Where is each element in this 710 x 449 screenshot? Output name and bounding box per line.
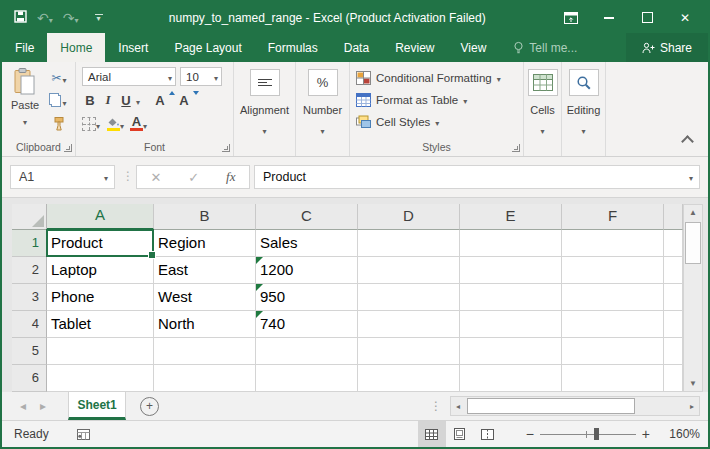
tab-review[interactable]: Review bbox=[382, 33, 447, 62]
scroll-right-icon[interactable]: ▸ bbox=[685, 402, 699, 411]
cell-c2[interactable]: 1200 bbox=[256, 257, 358, 284]
tab-page-layout[interactable]: Page Layout bbox=[161, 33, 254, 62]
cells-group[interactable]: Cells bbox=[524, 62, 562, 156]
tell-me-box[interactable]: Tell me... bbox=[503, 33, 587, 62]
decrease-font-size-button[interactable]: A bbox=[176, 90, 198, 110]
number-group[interactable]: % Number bbox=[296, 62, 350, 156]
cell-d1[interactable] bbox=[358, 230, 460, 257]
vertical-scrollbar[interactable]: ▲ ▼ bbox=[683, 204, 703, 392]
cell-e2[interactable] bbox=[460, 257, 562, 284]
collapse-ribbon-icon[interactable] bbox=[681, 135, 694, 148]
cell-f4[interactable] bbox=[562, 311, 664, 338]
page-layout-view-button[interactable] bbox=[446, 421, 474, 447]
underline-button[interactable]: U bbox=[118, 90, 134, 110]
row-header-3[interactable]: 3 bbox=[12, 284, 47, 311]
previous-sheet-icon[interactable]: ◂ bbox=[20, 399, 26, 413]
formula-bar-expand-icon[interactable] bbox=[689, 170, 699, 184]
zoom-slider[interactable] bbox=[540, 427, 636, 441]
styles-dialog-launcher-icon[interactable] bbox=[512, 144, 520, 152]
horizontal-scrollbar-track[interactable] bbox=[465, 397, 685, 415]
close-button[interactable]: ✕ bbox=[666, 2, 704, 33]
cell-partial[interactable] bbox=[664, 338, 683, 365]
bold-button[interactable]: B bbox=[82, 90, 98, 110]
tab-view[interactable]: View bbox=[448, 33, 500, 62]
cell-b3[interactable]: West bbox=[154, 284, 256, 311]
italic-button[interactable]: I bbox=[100, 90, 116, 110]
fill-color-button[interactable] bbox=[106, 114, 124, 134]
insert-function-icon[interactable]: fx bbox=[226, 169, 235, 185]
cell-partial[interactable] bbox=[664, 230, 683, 257]
cell-a4[interactable]: Tablet bbox=[47, 311, 154, 338]
cell-d3[interactable] bbox=[358, 284, 460, 311]
cell-f5[interactable] bbox=[562, 338, 664, 365]
column-header-d[interactable]: D bbox=[358, 204, 460, 230]
undo-button[interactable]: ↶▾ bbox=[37, 9, 53, 27]
tab-home[interactable]: Home bbox=[47, 33, 105, 62]
copy-button[interactable] bbox=[48, 91, 70, 110]
cell-c1[interactable]: Sales bbox=[256, 230, 358, 257]
next-sheet-icon[interactable]: ▸ bbox=[40, 399, 46, 413]
cell-c4[interactable]: 740 bbox=[256, 311, 358, 338]
alignment-group[interactable]: Alignment bbox=[234, 62, 296, 156]
cell-styles-button[interactable]: Cell Styles bbox=[356, 112, 439, 132]
cell-d5[interactable] bbox=[358, 338, 460, 365]
conditional-formatting-button[interactable]: Conditional Formatting bbox=[356, 68, 501, 88]
zoom-level[interactable]: 160% bbox=[656, 427, 700, 441]
cell-c6[interactable] bbox=[256, 365, 358, 392]
redo-button[interactable]: ↷▾ bbox=[63, 9, 79, 27]
cell-partial[interactable] bbox=[664, 284, 683, 311]
zoom-out-button[interactable]: − bbox=[520, 426, 540, 442]
cell-c3[interactable]: 950 bbox=[256, 284, 358, 311]
format-as-table-button[interactable]: Format as Table bbox=[356, 90, 467, 110]
paste-button[interactable]: Paste bbox=[7, 68, 43, 140]
select-all-corner[interactable] bbox=[12, 204, 47, 230]
cell-e6[interactable] bbox=[460, 365, 562, 392]
cell-e3[interactable] bbox=[460, 284, 562, 311]
clipboard-dialog-launcher-icon[interactable] bbox=[64, 144, 72, 152]
zoom-in-button[interactable]: + bbox=[636, 426, 656, 442]
save-button[interactable] bbox=[14, 9, 27, 27]
cell-b2[interactable]: East bbox=[154, 257, 256, 284]
share-button[interactable]: Share bbox=[626, 33, 708, 62]
column-header-c[interactable]: C bbox=[256, 204, 358, 230]
ribbon-display-options-button[interactable] bbox=[552, 2, 590, 33]
cell-a5[interactable] bbox=[47, 338, 154, 365]
maximize-button[interactable] bbox=[628, 2, 666, 33]
cell-a2[interactable]: Laptop bbox=[47, 257, 154, 284]
cell-partial[interactable] bbox=[664, 311, 683, 338]
tab-data[interactable]: Data bbox=[331, 33, 382, 62]
customize-quick-access-button[interactable]: ▾ bbox=[95, 14, 103, 21]
row-header-5[interactable]: 5 bbox=[12, 338, 47, 365]
enter-check-icon[interactable]: ✓ bbox=[188, 170, 199, 185]
zoom-slider-thumb[interactable] bbox=[594, 428, 599, 440]
name-box[interactable]: A1 bbox=[10, 165, 115, 189]
cancel-icon[interactable]: ✕ bbox=[150, 170, 161, 185]
editing-group[interactable]: Editing bbox=[562, 62, 606, 156]
font-dialog-launcher-icon[interactable] bbox=[222, 144, 230, 152]
tab-file[interactable]: File bbox=[2, 33, 47, 62]
cut-button[interactable]: ✂ bbox=[48, 68, 70, 87]
vertical-scrollbar-thumb[interactable] bbox=[685, 222, 701, 264]
fill-handle[interactable] bbox=[148, 251, 156, 259]
normal-view-button[interactable] bbox=[418, 421, 446, 447]
font-size-combo[interactable]: 10 bbox=[180, 67, 222, 86]
format-painter-button[interactable] bbox=[48, 114, 70, 133]
add-sheet-button[interactable]: + bbox=[140, 397, 159, 416]
cell-f2[interactable] bbox=[562, 257, 664, 284]
horizontal-scrollbar-thumb[interactable] bbox=[467, 398, 635, 414]
font-color-button[interactable]: A bbox=[130, 114, 147, 134]
column-header-a[interactable]: A bbox=[47, 204, 154, 230]
row-header-2[interactable]: 2 bbox=[12, 257, 47, 284]
font-name-combo[interactable]: Arial bbox=[82, 67, 176, 86]
cell-a6[interactable] bbox=[47, 365, 154, 392]
column-header-f[interactable]: F bbox=[562, 204, 664, 230]
cell-e5[interactable] bbox=[460, 338, 562, 365]
cell-e4[interactable] bbox=[460, 311, 562, 338]
cell-e1[interactable] bbox=[460, 230, 562, 257]
cell-a3[interactable]: Phone bbox=[47, 284, 154, 311]
row-header-6[interactable]: 6 bbox=[12, 365, 47, 392]
sheet-tab-sheet1[interactable]: Sheet1 bbox=[68, 392, 126, 420]
cell-d6[interactable] bbox=[358, 365, 460, 392]
minimize-button[interactable] bbox=[590, 2, 628, 33]
cell-b6[interactable] bbox=[154, 365, 256, 392]
